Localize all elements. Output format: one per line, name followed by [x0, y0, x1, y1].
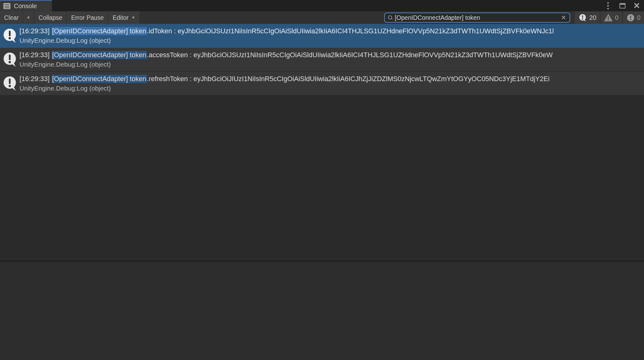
error-pause-toggle[interactable]: Error Pause [67, 11, 108, 24]
search-input[interactable] [395, 14, 558, 21]
search-match-highlight: [OpenIDConnectAdapter] token [52, 27, 147, 35]
window-controls: ✕ [604, 0, 641, 11]
log-message: [16:29:33] [OpenIDConnectAdapter] token.… [19, 74, 644, 84]
log-detail-pane[interactable] [0, 262, 644, 360]
maximize-button[interactable] [618, 2, 626, 10]
search-icon [388, 15, 393, 20]
log-message: [16:29:33] [OpenIDConnectAdapter] token.… [19, 26, 644, 36]
error-octagon-icon [626, 14, 635, 22]
log-stacktrace: UnityEngine.Debug:Log (object) [19, 84, 644, 93]
log-bubble-icon [2, 75, 18, 91]
clear-search-icon[interactable]: ✕ [560, 14, 567, 21]
warning-triangle-icon [604, 14, 613, 22]
collapse-toggle[interactable]: Collapse [35, 11, 67, 24]
log-list: [16:29:33] [OpenIDConnectAdapter] token.… [0, 24, 644, 261]
log-entry-refreshtoken[interactable]: [16:29:33] [OpenIDConnectAdapter] token.… [0, 72, 644, 96]
close-button[interactable]: ✕ [633, 2, 641, 10]
log-bubble-icon [2, 28, 18, 43]
log-entry-accesstoken[interactable]: [16:29:33] [OpenIDConnectAdapter] token.… [0, 48, 644, 72]
search-match-highlight: [OpenIDConnectAdapter] token [52, 51, 147, 59]
window-menu-button[interactable] [604, 2, 612, 10]
log-count: 20 [589, 14, 596, 21]
error-count: 0 [637, 14, 641, 21]
log-bubble-icon [2, 52, 18, 67]
log-bubble-icon [578, 14, 587, 22]
error-count-toggle[interactable]: 0 [623, 11, 644, 24]
chevron-down-icon: ▼ [131, 15, 135, 20]
log-entry-idtoken[interactable]: [16:29:33] [OpenIDConnectAdapter] token.… [0, 24, 644, 48]
warning-count: 0 [615, 14, 618, 21]
clear-dropdown-button[interactable]: ▼ [23, 11, 34, 24]
console-search-field[interactable]: ✕ [384, 13, 570, 23]
warning-count-toggle[interactable]: 0 [601, 11, 622, 24]
log-count-toggle[interactable]: 20 [575, 11, 600, 24]
title-bar: Console ✕ [0, 0, 644, 11]
kebab-menu-icon [607, 2, 609, 9]
toolbar-spacer [140, 11, 384, 24]
console-list-icon [3, 3, 10, 9]
maximize-icon [619, 3, 625, 8]
tab-console[interactable]: Console [0, 0, 52, 11]
chevron-down-icon: ▼ [27, 15, 30, 20]
log-stacktrace: UnityEngine.Debug:Log (object) [19, 36, 644, 45]
clear-button[interactable]: Clear [0, 11, 23, 24]
console-counters: 20 0 0 [574, 11, 644, 24]
log-message: [16:29:33] [OpenIDConnectAdapter] token.… [19, 50, 644, 60]
editor-dropdown-button[interactable]: Editor ▼ [108, 11, 139, 24]
console-toolbar: Clear ▼ Collapse Error Pause Editor ▼ ✕ … [0, 11, 644, 24]
log-stacktrace: UnityEngine.Debug:Log (object) [19, 60, 644, 69]
tab-label: Console [14, 3, 37, 10]
search-match-highlight: [OpenIDConnectAdapter] token [52, 75, 147, 83]
